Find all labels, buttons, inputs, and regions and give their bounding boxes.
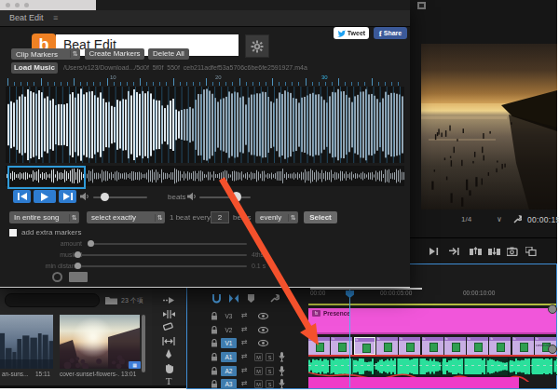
amount-knob[interactable]	[88, 240, 94, 247]
min-distance-slider[interactable]	[78, 265, 247, 267]
track-header[interactable]: A3⇄MS	[187, 378, 308, 390]
lock-icon[interactable]	[211, 367, 218, 375]
tap-value-box[interactable]	[69, 272, 88, 282]
track-label[interactable]: V3	[221, 311, 237, 321]
track-label[interactable]: A1	[221, 352, 237, 362]
clip-name[interactable]: cover-sunset-flowers-...	[60, 371, 119, 377]
tap-tempo-icon[interactable]	[52, 272, 62, 282]
solo-button[interactable]: S	[266, 367, 274, 375]
hand-tool[interactable]	[160, 362, 177, 373]
project-clip-thumbnail-sunset[interactable]	[60, 315, 140, 369]
main-waveform[interactable]	[6, 87, 404, 163]
type-tool[interactable]: T	[160, 375, 177, 386]
lock-icon[interactable]	[211, 339, 218, 347]
mic-icon[interactable]	[279, 352, 285, 362]
playback-resolution-dropdown[interactable]: 1/4	[461, 215, 471, 223]
add-extra-markers-checkbox[interactable]	[9, 229, 17, 237]
play-in-to-out-icon[interactable]	[429, 247, 440, 256]
track-header[interactable]: A2⇄MS	[187, 365, 308, 377]
sync-lock-icon[interactable]: ⇄	[241, 352, 248, 360]
ripple-edit-tool[interactable]	[160, 308, 177, 319]
export-frame-camera-icon[interactable]	[507, 247, 518, 256]
timeline-clip[interactable]: fx	[467, 337, 488, 355]
skip-end-button[interactable]	[59, 190, 76, 203]
timeline-clip[interactable]: fx	[512, 337, 534, 355]
delete-all-button[interactable]: Delete All	[148, 48, 189, 60]
chevron-down-icon[interactable]: ∨	[497, 215, 502, 223]
overview-selection-box[interactable]	[7, 166, 86, 189]
window-minimize-icon[interactable]	[15, 3, 20, 7]
eye-icon[interactable]	[258, 327, 268, 333]
timeline-clip[interactable]: fx	[399, 337, 420, 355]
timeline-clip[interactable]: fx	[444, 337, 466, 355]
min-distance-knob[interactable]	[75, 263, 81, 269]
sync-lock-icon[interactable]: ⇄	[241, 366, 248, 374]
hamburger-menu-icon[interactable]: ≡	[53, 13, 58, 22]
clip-name[interactable]: an-suns...	[2, 371, 34, 377]
beats-volume-slider[interactable]	[199, 196, 251, 198]
music-volume-knob[interactable]	[101, 193, 109, 201]
beat-every-input[interactable]	[211, 211, 229, 223]
track-select-tool[interactable]	[160, 294, 177, 305]
window-close-icon[interactable]	[6, 3, 10, 7]
eye-icon[interactable]	[258, 313, 268, 319]
step-forward-icon[interactable]	[449, 247, 460, 256]
timeline-clip[interactable]: fx	[422, 337, 443, 355]
timeline-ruler[interactable]: 00:00 00:00:05:00 00:00:10:00	[187, 290, 556, 303]
solo-button[interactable]: S	[266, 380, 274, 388]
timeline-clip[interactable]: fx	[376, 337, 398, 355]
project-search-input[interactable]	[5, 293, 100, 307]
musical-slider[interactable]	[78, 254, 247, 256]
project-scrollbar[interactable]	[142, 315, 145, 372]
beatedit-panel-tab[interactable]: Beat Edit ≡	[0, 10, 410, 27]
sync-lock-icon[interactable]: ⇄	[241, 311, 248, 319]
slip-tool[interactable]	[160, 335, 177, 346]
sync-lock-icon[interactable]: ⇄	[241, 379, 248, 387]
pen-tool[interactable]	[160, 348, 177, 359]
zoom-handle-icon[interactable]	[548, 345, 557, 354]
mic-icon[interactable]	[279, 366, 285, 376]
track-header[interactable]: A1⇄MS	[187, 351, 308, 363]
marker-name-field[interactable]: Beat Edit	[56, 34, 239, 56]
track-header[interactable]: V3⇄	[187, 310, 308, 322]
mute-button[interactable]: M	[254, 380, 263, 388]
facebook-share-button[interactable]: f Share	[374, 27, 407, 39]
tweet-button[interactable]: Tweet	[334, 27, 369, 39]
track-header[interactable]: V1⇄	[187, 337, 308, 349]
track-header[interactable]: V2⇄	[187, 324, 308, 336]
panel-menu-icon[interactable]	[417, 2, 426, 9]
play-button[interactable]	[34, 190, 56, 203]
scope-dropdown[interactable]: In entire song ⇅	[9, 211, 79, 223]
create-markers-button[interactable]: Create Markers	[85, 48, 144, 60]
distribution-dropdown[interactable]: evenly ⇅	[255, 211, 298, 223]
track-label[interactable]: V1	[221, 338, 237, 348]
load-music-button[interactable]: Load Music	[11, 62, 58, 74]
settings-wrench-icon[interactable]	[512, 215, 522, 224]
sync-lock-icon[interactable]: ⇄	[241, 325, 248, 333]
window-zoom-icon[interactable]	[24, 3, 29, 7]
solo-button[interactable]: S	[266, 353, 274, 361]
music-volume-speaker-icon[interactable]	[80, 192, 90, 201]
skip-start-button[interactable]	[13, 190, 31, 203]
musical-knob[interactable]	[75, 251, 81, 258]
select-mode-dropdown[interactable]: select exactly ⇅	[87, 211, 165, 223]
mute-button[interactable]: M	[254, 367, 263, 375]
select-button[interactable]: Select	[304, 211, 337, 223]
timeline-clip[interactable]: fx	[489, 337, 511, 355]
lock-icon[interactable]	[211, 353, 218, 361]
razor-tool[interactable]	[160, 321, 177, 332]
presence-clip[interactable]: fx Presence	[308, 308, 556, 334]
track-label[interactable]: A2	[221, 366, 237, 376]
extract-icon[interactable]	[488, 247, 500, 256]
marker-type-dropdown[interactable]: Clip Markers ⇅	[11, 48, 80, 60]
mic-icon[interactable]	[279, 379, 285, 389]
beats-volume-speaker-icon[interactable]	[187, 192, 198, 201]
timeline-clip[interactable]: fx	[354, 337, 375, 355]
button-editor-icon[interactable]	[525, 247, 537, 256]
lock-icon[interactable]	[211, 380, 218, 388]
track-label[interactable]: V2	[221, 325, 237, 335]
lock-icon[interactable]	[211, 312, 218, 320]
timeline-clip[interactable]: fx	[308, 337, 330, 355]
sync-lock-icon[interactable]: ⇄	[241, 338, 248, 346]
audio-gain-line[interactable]	[308, 365, 557, 366]
